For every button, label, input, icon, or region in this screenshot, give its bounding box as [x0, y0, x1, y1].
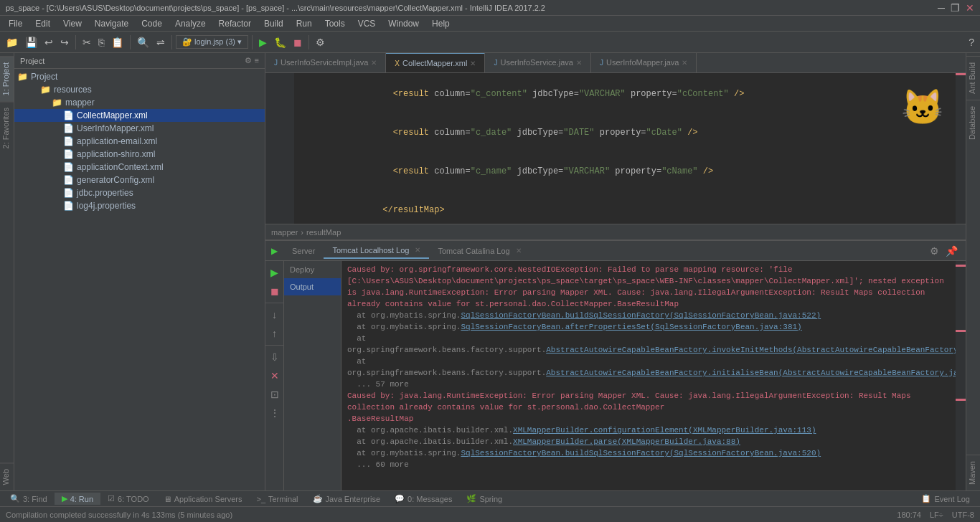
menu-tools[interactable]: Tools	[319, 17, 351, 30]
bottom-tab-messages[interactable]: 💬 0: Messages	[387, 493, 459, 505]
bottom-tab-event-log[interactable]: 📋 Event Log	[914, 493, 977, 505]
menu-analyze[interactable]: Analyze	[169, 17, 212, 30]
close-button[interactable]: ✕	[966, 2, 974, 14]
project-expand-icon[interactable]: ≡	[255, 56, 259, 65]
run-wrap-btn[interactable]: ⊡	[266, 386, 283, 403]
run-resume-btn[interactable]: ↓	[266, 306, 283, 323]
tree-item-generatorconfig[interactable]: 📄 generatorConfig.xml	[14, 174, 265, 186]
menu-edit[interactable]: Edit	[29, 17, 56, 30]
run-tab-tomcat-localhost-close[interactable]: ✕	[415, 246, 420, 254]
tree-item-jdbcprops[interactable]: 📄 jdbc.properties	[14, 186, 265, 199]
run-panel-pin[interactable]: 📌	[943, 242, 960, 260]
output-err-marker3	[956, 399, 966, 401]
run-subtab-deploy[interactable]: Deploy	[284, 261, 341, 278]
output-line-7: ... 57 more	[347, 379, 950, 390]
bottom-tab-todo[interactable]: ☑ 6: TODO	[100, 493, 156, 505]
appshiro-file-icon: 📄	[63, 149, 74, 159]
run-subtab-output[interactable]: Output	[284, 278, 341, 295]
toolbar-help[interactable]: ?	[966, 35, 977, 49]
code-content[interactable]: <result column="c_content" jdbcType="VAR…	[294, 73, 956, 224]
sidebar-tab-favorites[interactable]: 2: Favorites	[0, 101, 14, 154]
project-options-icon[interactable]: ⚙	[245, 56, 252, 65]
tab-userinfo-serviceimpl[interactable]: J UserInfoServiceImpl.java ✕	[265, 53, 386, 72]
bottom-tab-spring[interactable]: 🌿 Spring	[459, 493, 509, 505]
tab-label-userinfoservice: UserInfoService.java	[500, 58, 573, 67]
menu-navigate[interactable]: Navigate	[89, 17, 134, 30]
menu-vcs[interactable]: VCS	[352, 17, 382, 30]
output-line-3: at org.mybatis.spring.SqlSessionFactoryB…	[347, 310, 950, 321]
tab-close-userinfoserviceimpl[interactable]: ✕	[371, 59, 377, 67]
run-config-selector[interactable]: 🔐 login.jsp (3) ▾	[176, 35, 248, 49]
toolbar-redo[interactable]: ↪	[57, 35, 72, 49]
toolbar-settings[interactable]: ⚙	[313, 35, 328, 49]
appcontext-file-icon: 📄	[63, 162, 74, 172]
sidebar-tab-ant-build[interactable]: Ant Build	[966, 56, 980, 100]
tree-item-appemail[interactable]: 📄 application-email.xml	[14, 135, 265, 148]
toolbar-open[interactable]: 📁	[3, 35, 21, 49]
run-more-btn[interactable]: ⋮	[266, 404, 283, 422]
tree-item-project[interactable]: 📁 Project	[14, 70, 265, 83]
editor-content[interactable]: 7 8 9 10 11 12 13 14 15 16 <	[265, 73, 966, 224]
sidebar-tab-maven[interactable]: Maven	[966, 455, 980, 490]
minimize-button[interactable]: ─	[938, 2, 945, 14]
menu-refactor[interactable]: Refactor	[213, 17, 257, 30]
run-tab-server[interactable]: Server	[283, 244, 324, 258]
menu-code[interactable]: Code	[136, 17, 168, 30]
bottom-tab-terminal[interactable]: >_ Terminal	[249, 493, 305, 505]
menu-file[interactable]: File	[3, 17, 28, 30]
run-tab-tomcat-localhost[interactable]: Tomcat Localhost Log ✕	[324, 243, 429, 259]
title-bar: ps_space - [C:\Users\ASUS\Desktop\docume…	[0, 0, 980, 16]
tab-collectmapper[interactable]: X CollectMapper.xml ✕	[386, 53, 485, 72]
project-panel: Project ⚙ ≡ 📁 Project 📁 resources 📁 mapp	[14, 53, 265, 490]
maximize-button[interactable]: ❐	[951, 2, 960, 14]
run-stop-btn[interactable]: ◼	[266, 283, 283, 300]
toolbar-replace[interactable]: ⇌	[154, 35, 168, 49]
run-tab-tomcat-catalina-close[interactable]: ✕	[516, 247, 522, 255]
menu-window[interactable]: Window	[382, 17, 425, 30]
bottom-tab-java-enterprise[interactable]: ☕ Java Enterprise	[306, 493, 387, 505]
tab-close-userinfomapper[interactable]: ✕	[682, 59, 687, 67]
tree-item-collectmapper[interactable]: 📄 CollectMapper.xml	[14, 109, 265, 122]
tree-item-userinfomapper[interactable]: 📄 UserInfoMapper.xml	[14, 122, 265, 135]
toolbar-cut[interactable]: ✂	[80, 35, 94, 49]
run-toolbar-sep1	[265, 303, 283, 303]
run-button[interactable]: ▶	[256, 35, 270, 49]
toolbar-save[interactable]: 💾	[22, 35, 40, 49]
run-output[interactable]: Caused by: org.springframework.core.Nest…	[341, 261, 956, 490]
run-subtab-output-label: Output	[290, 283, 314, 291]
debug-button[interactable]: 🐛	[271, 35, 289, 49]
sidebar-tab-database[interactable]: Database	[966, 100, 980, 146]
run-scroll-btn[interactable]: ⇩	[266, 348, 283, 366]
tree-item-resources[interactable]: 📁 resources	[14, 83, 265, 96]
breadcrumb-sep: ›	[301, 228, 303, 237]
tree-item-log4jprops[interactable]: 📄 log4j.properties	[14, 199, 265, 212]
tree-item-appcontext[interactable]: 📄 applicationContext.xml	[14, 161, 265, 174]
sidebar-tab-project[interactable]: 1: Project	[0, 56, 14, 101]
stop-button[interactable]: ◼	[291, 35, 305, 49]
tab-close-userinfoservice[interactable]: ✕	[576, 59, 582, 67]
toolbar-search[interactable]: 🔍	[134, 35, 152, 49]
menu-help[interactable]: Help	[426, 17, 456, 30]
bottom-tab-find[interactable]: 🔍 3: Find	[3, 493, 55, 505]
sidebar-tab-web[interactable]: Web	[0, 462, 14, 490]
menu-view[interactable]: View	[57, 17, 88, 30]
menu-run[interactable]: Run	[291, 17, 318, 30]
run-filter-btn[interactable]: ✕	[266, 367, 283, 384]
tab-userinfo-service[interactable]: J UserInfoService.java ✕	[485, 53, 591, 72]
tab-close-collectmapper[interactable]: ✕	[470, 60, 476, 67]
error-marker-top	[956, 73, 966, 75]
toolbar-undo[interactable]: ↩	[42, 35, 56, 49]
toolbar-copy[interactable]: ⎘	[95, 35, 107, 49]
toolbar-paste[interactable]: 📋	[108, 35, 126, 49]
menu-build[interactable]: Build	[258, 17, 289, 30]
run-up-btn[interactable]: ↑	[266, 325, 283, 342]
output-line-2: [C:\Users\ASUS\Desktop\document\projects…	[347, 275, 950, 310]
tab-userinfo-mapper[interactable]: J UserInfoMapper.java ✕	[591, 53, 697, 72]
run-restart-btn[interactable]: ▶	[266, 264, 283, 281]
bottom-tab-app-servers[interactable]: 🖥 Application Servers	[156, 493, 250, 505]
run-panel-settings[interactable]: ⚙	[925, 242, 943, 260]
run-tab-tomcat-catalina[interactable]: Tomcat Catalina Log ✕	[429, 244, 529, 258]
bottom-tab-run[interactable]: ▶ 4: Run	[55, 493, 100, 505]
tree-item-appshiro[interactable]: 📄 application-shiro.xml	[14, 148, 265, 161]
tree-item-mapper[interactable]: 📁 mapper	[14, 96, 265, 109]
